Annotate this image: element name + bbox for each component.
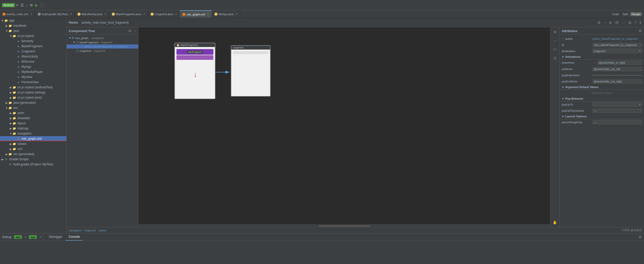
tab-myapp[interactable]: MyApp.java ✕ [212,10,240,18]
sidebar-item-res-generated[interactable]: ▶ 📁 res (generated) [0,152,66,157]
sidebar-item-app[interactable]: ▼ 📁 app [0,18,66,23]
sidebar-item-navigation[interactable]: ▼ 📁 navigation [0,131,66,136]
bottom-settings-icon[interactable]: ⚙ [639,235,642,239]
stop-icon[interactable]: ⬛ [40,3,44,7]
debug-app-tag2[interactable]: app [29,235,37,239]
sidebar-item-mipmap[interactable]: ▶ 📁 mipmap [0,126,66,131]
platform-dropdown-icon[interactable]: ▾ [16,3,18,7]
fit-screen-btn[interactable]: ⊡ [551,54,559,62]
help-icon[interactable]: ? [633,20,638,25]
sidebar-item-values[interactable]: ▶ 📁 values [0,141,66,146]
info-icon[interactable]: ℹ [639,20,642,25]
close-icon[interactable]: ✕ [70,13,72,15]
sidebar-item-build-gradle[interactable]: ⚙ build.gradle (Project: MyTest) [0,162,66,167]
sidebar-item-blankfragment[interactable]: ● BlankFragment [0,44,66,49]
sidebar-item-bactivity[interactable]: ● BActivity [0,39,66,44]
sidebar-item-myapp[interactable]: ● MyApp [0,64,66,69]
link-icon[interactable]: ⛓ [614,20,620,25]
sidebar-item-nav-graph[interactable]: ☰ nav_graph.xml [0,136,66,141]
sidebar-item-manifests[interactable]: ▶ 📁 manifests [0,23,66,28]
attr-input-id[interactable]: :tion_blankFragment_to_cragment [592,43,642,47]
dropdown-arrow-icon[interactable]: ▾ [639,49,641,53]
design-btn[interactable]: Design [630,12,642,16]
section-argument-defaults[interactable]: ▼ Argument Default Values [560,84,644,90]
fit-ratio-btn[interactable]: 1:1 [551,46,559,53]
tab-console[interactable]: Console [65,233,83,241]
attr-input-popup-to[interactable]: ▾ [592,102,642,107]
sidebar-item-mymediaplayer[interactable]: ● MyMediaPlayer [0,69,66,74]
sidebar-item-anim[interactable]: ▶ 📁 anim [0,110,66,116]
graph-canvas[interactable]: 🏠 blankFragment blankFragment ↓ [138,27,559,227]
sidebar-item-gradle-scripts[interactable]: ▶ ⚙ Gradle Scripts [0,157,66,162]
tab-mainactivity[interactable]: MainActivity.java ✕ [75,10,109,18]
debug-app-tag1[interactable]: app [14,235,22,239]
close-icon[interactable]: ✕ [235,13,237,15]
tree-item-action[interactable]: → → action_blankFragment_to_cragmen [67,44,138,49]
settings-icon[interactable]: ⚙ [30,3,33,7]
breadcrumb-fragment[interactable]: fragment [85,229,96,232]
close-icon[interactable]: ✕ [207,13,209,16]
attr-input-popup-inclusive[interactable]: — [592,109,642,113]
sidebar-item-test[interactable]: ▶ 📁 cn.jn.mytest (test) [0,95,66,100]
breadcrumb-action[interactable]: action [99,229,106,232]
close-debug2-icon[interactable]: ✕ [39,235,41,238]
close-debug1-icon[interactable]: ✕ [24,235,26,238]
navigate-icon[interactable]: → [621,20,626,25]
attr-input-enter-anim[interactable]: @anim/slide_in_right [598,61,642,65]
tree-minus-icon[interactable]: − [134,29,136,33]
sidebar-item-xml[interactable]: ▶ 📁 xml [0,146,66,152]
sidebar-item-layout[interactable]: ▶ 📁 layout [0,121,66,126]
minus-icon[interactable]: − [603,20,607,25]
run-icon[interactable]: ▶ [35,3,38,7]
section-animations[interactable]: ▼ Animations [560,54,644,60]
sidebar-item-cragment[interactable]: ● Cragment [0,49,66,54]
sidebar-item-debug[interactable]: ▶ 📁 cn.jn.mytest (debug) [0,90,66,95]
section-pop-behavior[interactable]: ▼ Pop Behavior [560,96,644,101]
sidebar-item-java-generated[interactable]: ▶ 📁 java (generated) [0,100,66,105]
tree-settings-icon[interactable]: ⚙ [128,29,132,33]
minus-tool-btn[interactable]: − [551,37,559,44]
tab-build-gradle[interactable]: build.gradle (MyTest) ✕ [35,10,75,18]
sidebar-item-cnjnmytest[interactable]: ▼ 📁 cn.jn.mytest [0,33,66,39]
section-launch-options[interactable]: ▼ Launch Options [560,114,644,119]
fit-icon[interactable]: ⊞ [627,20,632,25]
dropdown-arrow-icon[interactable]: ▾ [639,103,641,106]
split-btn[interactable]: Split [621,12,629,16]
close-icon[interactable]: ✕ [30,13,32,15]
close-icon[interactable]: ✕ [175,13,177,15]
sidebar-item-mainactivity[interactable]: ● MainActivity [0,54,66,59]
settings-icon[interactable]: ⚙ [596,20,602,25]
sidebar-item-drawable[interactable]: ▶ 📁 drawable [0,116,66,121]
sidebar-item-java[interactable]: ▼ 📁 java [0,28,66,33]
graph-node-cragment[interactable]: cragment [231,45,271,97]
tab-debugger[interactable]: Debugger [46,233,65,241]
add-tool-btn[interactable]: ⊕ [551,28,559,35]
attr-settings-icon[interactable]: ⚙ [639,29,642,33]
attr-input-exit-anim[interactable]: @anim/slide_out_left [592,67,642,71]
menu-icon[interactable]: ☰ [21,3,24,7]
sidebar-item-res[interactable]: ▼ 📁 res [0,105,66,110]
tree-item-blankfragment[interactable]: ▼ ◫ blankFragment - fragment [67,40,138,44]
breadcrumb-navigation[interactable]: navigation [69,229,82,232]
tab-blankfragment[interactable]: BlankFragment.java ✕ [109,10,148,18]
tab-activity-main[interactable]: activity_main.xml ✕ [0,10,35,18]
code-btn[interactable]: Code [611,12,620,16]
close-icon[interactable]: ✕ [104,13,106,15]
sync-icon[interactable]: ↓ [26,3,28,7]
tree-item-cragment[interactable]: ◫ cragment - fragment [67,49,138,53]
tab-cragment[interactable]: Cragment.java ✕ [148,10,180,18]
add-destination-icon[interactable]: ⊕ [608,20,613,25]
attr-input-destination[interactable]: cragment ▾ [592,49,642,53]
attr-input-pop-enter-anim[interactable] [592,75,642,76]
tab-nav-graph[interactable]: nav_graph.xml ✕ [180,10,212,18]
horizontal-scrollbar[interactable] [138,224,550,227]
sidebar-item-percentview[interactable]: ● PercentView [0,80,66,85]
sidebar-item-myview[interactable]: ● MyView [0,74,66,80]
close-icon[interactable]: ✕ [143,13,145,15]
attr-input-launch-single-top[interactable]: — [592,120,642,124]
sidebar-item-androidtest[interactable]: ▶ 📁 cn.jn.mytest (androidTest) [0,85,66,90]
tree-item-nav-graph[interactable]: ▼ ⊞ nav_graph - navigation [67,36,138,40]
attr-input-pop-exit-anim[interactable]: @anim/slide_out_right [592,79,642,83]
hand-tool-btn[interactable]: ✋ [551,219,559,226]
sidebar-item-mservice[interactable]: ● MService [0,59,66,64]
